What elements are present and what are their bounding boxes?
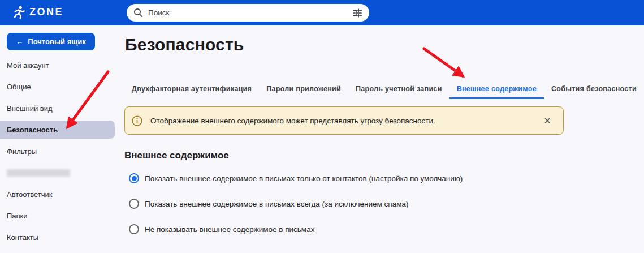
info-icon — [132, 115, 142, 126]
back-arrow-icon: ← — [16, 37, 23, 46]
security-tabs: Двухфакторная аутентификация Пароли прил… — [124, 80, 644, 99]
main-content: Безопасность Двухфакторная аутентификаци… — [124, 25, 644, 253]
sidebar-item-label: Автоответчик — [7, 190, 52, 199]
settings-page: ZONE ← Почтовый ящик — [0, 0, 644, 253]
tab-app-passwords[interactable]: Пароли приложений — [259, 80, 348, 99]
sidebar-item-security[interactable]: Безопасность — [0, 121, 115, 139]
sidebar: ← Почтовый ящик Мой аккаунт Общие Внешни… — [0, 25, 119, 253]
sidebar-item-contacts[interactable]: Контакты — [0, 226, 119, 248]
radio-option-contacts-only[interactable]: Показать внешнее содержимое в письмах то… — [124, 169, 463, 187]
radio-option-label: Не показывать внешнее содержимое в письм… — [145, 225, 314, 234]
tab-security-events[interactable]: События безопасности — [544, 80, 644, 99]
sidebar-item-label: Контакты — [7, 233, 38, 242]
zone-logo[interactable]: ZONE — [14, 0, 63, 25]
back-to-mailbox-button[interactable]: ← Почтовый ящик — [7, 33, 95, 50]
radio-option-label: Показать внешнее содержимое в письмах то… — [145, 174, 463, 183]
sidebar-item-autoresponder[interactable]: Автоответчик — [0, 183, 119, 205]
search-bar[interactable] — [127, 4, 369, 22]
sidebar-item-label: Фильтры — [7, 147, 37, 156]
logo-text: ZONE — [29, 6, 63, 19]
section-heading: Внешнее содержимое — [124, 150, 229, 161]
security-warning-banner: Отображение внешнего содержимого может п… — [124, 106, 564, 135]
redacted-label — [7, 169, 70, 177]
radio-unselected-icon[interactable] — [129, 224, 139, 234]
sidebar-item-label: Безопасность — [7, 126, 58, 134]
settings-menu: Мой аккаунт Общие Внешний вид Безопаснос… — [0, 54, 119, 248]
radio-option-always[interactable]: Показать внешнее содержимое в письмах вс… — [124, 195, 463, 213]
topbar: ZONE — [0, 0, 644, 25]
sidebar-item-folders[interactable]: Папки — [0, 205, 119, 226]
tab-external-content[interactable]: Внешнее содержимое — [449, 80, 544, 99]
sidebar-item-label: Мой аккаунт — [7, 61, 49, 70]
radio-option-never[interactable]: Не показывать внешнее содержимое в письм… — [124, 220, 463, 238]
sidebar-item-label: Папки — [7, 212, 28, 220]
external-content-options: Показать внешнее содержимое в письмах то… — [124, 169, 463, 238]
sidebar-item-my-account[interactable]: Мой аккаунт — [0, 54, 119, 76]
sidebar-item-label: Общие — [7, 83, 31, 91]
radio-option-label: Показать внешнее содержимое в письмах вс… — [145, 200, 408, 208]
sidebar-item-label: Внешний вид — [7, 104, 53, 113]
sidebar-item-general[interactable]: Общие — [0, 76, 119, 97]
runner-icon — [14, 6, 25, 20]
back-button-label: Почтовый ящик — [28, 37, 85, 46]
search-icon — [133, 8, 143, 18]
page-title: Безопасность — [125, 35, 244, 54]
tab-two-factor-auth[interactable]: Двухфакторная аутентификация — [124, 80, 259, 99]
radio-unselected-icon[interactable] — [129, 199, 139, 209]
sidebar-item-redacted[interactable] — [0, 162, 119, 183]
close-icon[interactable]: × — [543, 114, 552, 127]
sidebar-item-appearance[interactable]: Внешний вид — [0, 97, 119, 119]
tune-filter-icon[interactable] — [352, 8, 362, 18]
tab-account-password[interactable]: Пароль учетной записи — [348, 80, 449, 99]
banner-message: Отображение внешнего содержимого может п… — [150, 117, 435, 125]
radio-selected-icon[interactable] — [129, 173, 139, 183]
search-input[interactable] — [148, 8, 347, 17]
sidebar-item-filters[interactable]: Фильтры — [0, 140, 119, 162]
